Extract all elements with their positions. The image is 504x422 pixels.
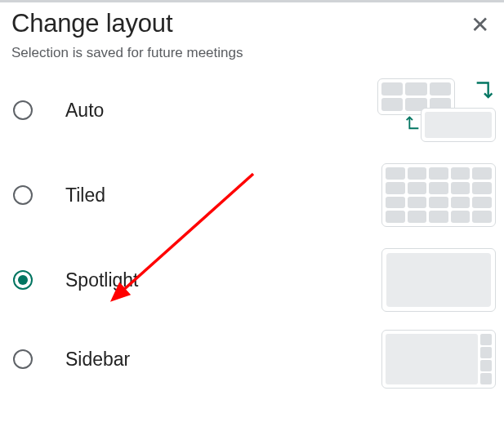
close-icon[interactable]: ✕	[471, 9, 489, 37]
preview-tiled-icon	[377, 163, 496, 227]
option-sidebar[interactable]: Sidebar	[7, 322, 497, 396]
option-spotlight[interactable]: Spotlight	[7, 238, 497, 322]
radio-sidebar[interactable]	[13, 349, 33, 369]
dialog-title: Change layout	[11, 9, 172, 38]
swap-down-icon	[473, 80, 496, 103]
swap-up-icon	[404, 113, 421, 131]
preview-sidebar-icon	[377, 330, 496, 389]
option-label-tiled[interactable]: Tiled	[65, 184, 377, 207]
layout-options: Auto Tiled	[0, 68, 504, 396]
option-label-auto[interactable]: Auto	[65, 100, 377, 122]
option-label-sidebar[interactable]: Sidebar	[65, 349, 377, 371]
option-tiled[interactable]: Tiled	[7, 153, 497, 238]
radio-spotlight[interactable]	[13, 270, 33, 290]
preview-spotlight-icon	[377, 248, 496, 312]
radio-auto[interactable]	[13, 100, 33, 120]
radio-tiled[interactable]	[13, 185, 33, 205]
option-auto[interactable]: Auto	[7, 68, 497, 153]
preview-auto-icon	[377, 78, 496, 142]
option-label-spotlight[interactable]: Spotlight	[65, 269, 377, 291]
dialog-subtitle: Selection is saved for future meetings	[0, 38, 504, 68]
